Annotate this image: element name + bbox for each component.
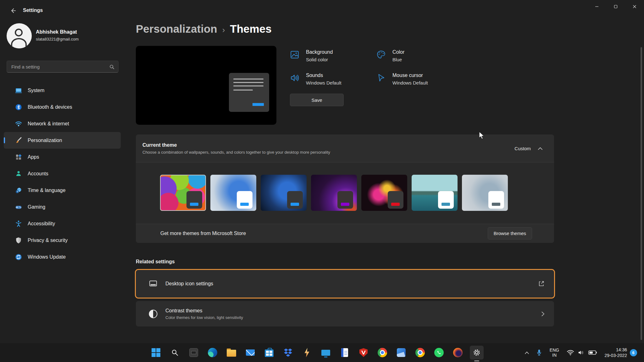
search-input[interactable] [7,64,109,69]
privacy-shield-icon [15,237,22,244]
taskbar-mail-icon[interactable] [243,346,257,359]
settings-window: Settings Abhishek Bhagat slata83221@gmai… [0,0,644,362]
option-label: Mouse cursor [392,73,428,78]
theme-thumbnail-glow-purple[interactable] [311,175,357,211]
theme-thumbnail-lake[interactable] [412,175,458,211]
sidebar-item-label: Gaming [28,204,45,210]
sidebar-item-time-language[interactable]: Time & language [4,182,121,199]
sidebar-item-accessibility[interactable]: Accessibility [4,215,121,232]
tray-battery-icon[interactable] [587,343,598,362]
time-language-icon [15,187,22,194]
sidebar-item-label: Apps [28,154,39,160]
tray-time: 14:36 [616,347,627,353]
desktop-monitor-icon [148,279,158,288]
back-button[interactable] [7,6,19,16]
taskbar-chrome-icon[interactable] [375,346,389,359]
tray-expand-chevron-icon[interactable] [521,343,532,362]
breadcrumb: Personalization › Themes [136,23,272,35]
taskbar-mcafee-icon[interactable] [357,346,370,359]
tray-language-indicator[interactable]: ENG IN [547,343,562,362]
maximize-button[interactable] [606,0,625,13]
system-icon [15,87,22,94]
taskbar-search-icon[interactable] [168,346,182,359]
contrast-themes-row[interactable]: Contrast themes Color themes for low vis… [136,301,554,326]
taskbar-settings-icon[interactable] [470,346,484,359]
theme-thumbnail-bloom-light[interactable] [210,175,256,211]
browse-themes-button[interactable]: Browse themes [488,227,532,239]
avatar[interactable] [7,23,32,48]
tray-wifi-icon[interactable] [565,343,575,362]
related-settings-heading: Related settings [136,259,175,265]
sidebar-item-label: Network & internet [28,121,69,127]
theme-thumbnail-petals-dark[interactable] [361,175,407,211]
sidebar-item-label: Bluetooth & devices [28,104,72,110]
theme-option-sounds: SoundsWindows Default [290,73,341,85]
tray-date: 29-03-2022 [604,353,627,358]
taskbar-store-icon[interactable] [262,346,276,359]
current-theme-subtitle: Choose a combination of wallpapers, soun… [142,150,330,155]
tray-volume-icon[interactable] [576,343,586,362]
taskbar-photos-icon[interactable] [394,346,408,359]
taskbar-chrome-2-icon[interactable] [413,346,427,359]
sidebar-item-gaming[interactable]: Gaming [4,199,121,215]
taskbar-dropbox-icon[interactable] [281,346,295,359]
search-icon [109,64,114,69]
sidebar-item-network-internet[interactable]: Network & internet [4,115,121,132]
breadcrumb-parent[interactable]: Personalization [136,23,217,35]
accessibility-icon [15,220,22,228]
taskbar-remote-desktop-icon[interactable] [319,346,333,359]
theme-gallery [136,162,554,224]
sidebar-item-system[interactable]: System [4,82,121,99]
sidebar-item-apps[interactable]: Apps [4,149,121,165]
sidebar-item-windows-update[interactable]: Windows Update [4,249,121,265]
account-email: slata83221@gmail.com [36,37,79,41]
taskbar-firefox-icon[interactable] [451,346,465,359]
option-label: Sounds [306,73,341,78]
row-label: Desktop icon settings [165,281,213,286]
taskbar-edge-icon[interactable] [206,346,219,359]
desktop-icon-settings-row[interactable]: Desktop icon settings [136,270,554,298]
save-button[interactable]: Save [290,94,344,106]
close-button[interactable] [625,0,644,13]
theme-thumbnail-bloom-dark[interactable] [261,175,307,211]
scrollbar[interactable] [641,47,642,340]
minimize-button[interactable] [587,0,606,13]
row-label: Contrast themes [165,308,202,313]
apps-icon [15,153,22,161]
mouse-cursor-icon [376,73,386,83]
sidebar-item-bluetooth-devices[interactable]: Bluetooth & devices [4,99,121,115]
row-sublabel: Color themes for low vision, light sensi… [165,315,541,320]
search-box[interactable] [7,61,119,73]
theme-option-background: BackgroundSolid color [290,50,333,62]
avatar-person-icon [15,29,23,36]
bluetooth-icon [15,103,22,111]
tray-notification-badge[interactable]: 6 [629,343,638,362]
taskbar-bolt-app-icon[interactable] [300,346,314,359]
chevron-up-icon[interactable] [538,147,543,150]
store-row-text: Get more themes from Microsoft Store [160,231,246,236]
sidebar-item-personalization[interactable]: Personalization [4,132,121,149]
sidebar-item-accounts[interactable]: Accounts [4,165,121,182]
taskbar-start-icon[interactable] [149,346,163,359]
tray-clock[interactable]: 14:36 29-03-2022 [600,343,627,362]
taskbar-whatsapp-icon[interactable] [432,346,446,359]
option-value: Windows Default [392,80,428,85]
taskbar-word-icon[interactable] [338,346,352,359]
theme-thumbnail-umbrellas[interactable] [160,175,206,211]
contrast-icon [148,309,158,319]
taskbar-file-explorer-icon[interactable] [225,346,238,359]
theme-thumbnail-bloom-gray[interactable] [462,175,508,211]
theme-preview [136,46,276,125]
preview-accent-button [252,103,264,106]
theme-option-mouse-cursor: Mouse cursorWindows Default [376,73,428,85]
sidebar-item-label: Windows Update [28,254,66,260]
taskbar-task-view-icon[interactable] [187,346,201,359]
background-image-icon [290,50,300,60]
current-theme-header[interactable]: Current theme Choose a combination of wa… [136,134,554,162]
tray-microphone-icon[interactable] [534,343,544,362]
sidebar-item-label: Accounts [28,171,48,177]
color-palette-icon [376,50,386,60]
sidebar-item-privacy-security[interactable]: Privacy & security [4,232,121,249]
option-value: Solid color [306,57,333,62]
preview-mini-window [229,73,269,112]
